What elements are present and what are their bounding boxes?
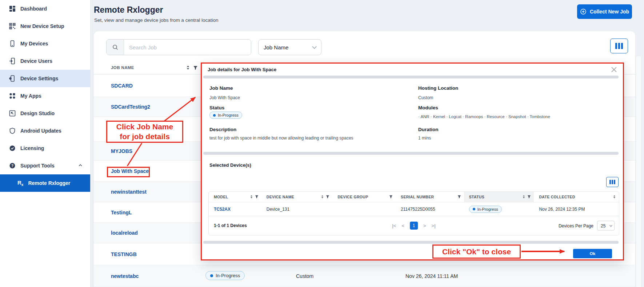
job-link[interactable]: TESTINGB: [111, 251, 137, 257]
last-page-button[interactable]: >|: [432, 223, 436, 229]
devices-per-page-select[interactable]: 25: [597, 221, 615, 231]
devices-pagination: 1-1 of 1 Devices |< < 1 > >| Devices Per…: [209, 216, 619, 235]
status-dot-icon: [473, 208, 475, 210]
chevron-up-icon: [78, 163, 83, 169]
sidebar-item-dashboard[interactable]: Dashboard: [0, 0, 90, 17]
annotation-job-with-space-box: [107, 167, 150, 177]
smartphone-icon: [9, 40, 16, 47]
duration-value: 1 mins: [418, 136, 431, 141]
pagination-range: 1-1 of 1 Devices: [214, 223, 247, 228]
apps-icon: [9, 93, 16, 99]
filter-icon[interactable]: [193, 66, 198, 70]
sort-icon[interactable]: [613, 195, 616, 199]
device-row: TC52AX Device_131 211475225D0055 In-Prog…: [209, 202, 619, 216]
date-collected-cell: Nov 26, 2024 11:11 AM: [405, 273, 458, 279]
column-picker-button[interactable]: [610, 39, 628, 53]
help-circle-icon: ?: [9, 162, 16, 169]
sidebar-item-support-tools[interactable]: ? Support Tools: [0, 157, 90, 174]
devices-per-page-label: Devices Per Page: [559, 223, 593, 228]
job-link[interactable]: TestingL: [111, 210, 132, 215]
description-value: test for job with space in middle but no…: [209, 136, 353, 141]
column-picker-button-small[interactable]: [606, 177, 619, 187]
job-link[interactable]: MYJOBS: [111, 148, 132, 154]
filter-icon[interactable]: [389, 195, 393, 199]
filter-icon[interactable]: [457, 195, 461, 199]
plus-circle-icon: [580, 8, 587, 15]
sidebar-item-new-device-setup[interactable]: New Device Setup: [0, 17, 90, 35]
device-model-link[interactable]: TC52AX: [214, 207, 231, 212]
sidebar-item-label: My Devices: [20, 41, 48, 47]
next-page-button[interactable]: >: [423, 223, 426, 229]
search-input[interactable]: [124, 40, 251, 55]
first-page-button[interactable]: |<: [392, 223, 396, 229]
ok-button[interactable]: Ok: [573, 249, 612, 258]
status-badge: In-Progress: [469, 206, 502, 213]
job-name-column-header: JOB NAME: [111, 65, 134, 70]
devices-table-header: MODEL DEVICE NAME DEVICE GROUP SERIAL NU…: [209, 192, 619, 202]
search-group: [106, 39, 251, 55]
sort-icon[interactable]: [522, 195, 525, 199]
search-field-value: Job Name: [264, 44, 288, 50]
page-subtitle: Set, view and manage device jobs from a …: [94, 17, 218, 23]
sidebar-item-label: Android Updates: [20, 128, 61, 134]
job-link[interactable]: newinstanttest: [111, 189, 147, 195]
search-field-select[interactable]: Job Name: [258, 39, 321, 55]
devices-table: MODEL DEVICE NAME DEVICE GROUP SERIAL NU…: [208, 191, 619, 235]
status-label: Status: [209, 105, 224, 110]
sort-icon[interactable]: [321, 195, 324, 199]
sidebar-item-device-settings[interactable]: Device Settings: [0, 70, 90, 87]
column-header-device-group: DEVICE GROUP: [332, 192, 396, 202]
sidebar-item-label: New Device Setup: [20, 23, 64, 29]
design-studio-icon: [9, 110, 16, 117]
sidebar-item-my-apps[interactable]: My Apps: [0, 87, 90, 105]
sort-icon[interactable]: [186, 65, 190, 70]
sort-icon[interactable]: [250, 195, 253, 199]
hosting-location-cell: Custom: [296, 273, 313, 279]
device-user-icon: [9, 58, 16, 64]
filter-icon[interactable]: [326, 195, 329, 199]
page-title: Remote Rxlogger: [94, 5, 163, 15]
job-link[interactable]: newtestabc: [111, 273, 139, 279]
horizontal-scrollbar[interactable]: [203, 241, 619, 244]
job-name-label: Job Name: [209, 85, 233, 91]
current-page-button[interactable]: 1: [410, 222, 418, 230]
sidebar-item-design-studio[interactable]: Design Studio: [0, 105, 90, 122]
job-row-newtestabc: newtestabc In-Progress Custom Nov 26, 20…: [94, 265, 635, 287]
close-icon[interactable]: [610, 65, 618, 73]
vertical-scrollbar[interactable]: [636, 56, 641, 287]
sidebar-item-device-users[interactable]: Device Users: [0, 52, 90, 70]
search-icon: [107, 40, 124, 55]
column-header-status: STATUS: [464, 192, 534, 202]
filter-icon[interactable]: [255, 195, 259, 199]
dashboard-icon: [9, 5, 16, 12]
sidebar-item-android-updates[interactable]: Android Updates: [0, 122, 90, 140]
horizontal-scrollbar[interactable]: [203, 76, 619, 78]
job-link[interactable]: SDCARD: [111, 83, 133, 89]
sidebar-item-label: Dashboard: [20, 6, 47, 12]
status-dot-icon: [213, 114, 216, 117]
job-link[interactable]: SDCardTesting2: [111, 104, 150, 110]
chevron-down-icon: [312, 44, 317, 49]
sidebar-item-licensing[interactable]: Licensing: [0, 140, 90, 157]
horizontal-scrollbar[interactable]: [203, 152, 619, 155]
filter-icon[interactable]: [527, 195, 531, 199]
column-header-serial-number: SERIAL NUMBER: [396, 192, 464, 202]
hosting-location-label: Hosting Location: [418, 85, 458, 91]
sidebar-item-label: Device Users: [20, 58, 52, 64]
description-label: Description: [209, 127, 236, 132]
job-link[interactable]: localreload: [111, 230, 138, 236]
prev-page-button[interactable]: <: [401, 223, 404, 229]
selected-devices-title: Selected Device(s): [209, 162, 251, 168]
sidebar-item-remote-rxlogger[interactable]: Rx Remote Rxlogger: [0, 174, 90, 192]
qr-scan-icon: [9, 23, 16, 29]
chevron-down-icon: [609, 224, 612, 227]
device-name-cell: Device_131: [261, 207, 333, 212]
collect-new-job-button[interactable]: Collect New Job: [577, 4, 632, 19]
columns-icon: [615, 43, 617, 49]
date-collected-cell: Nov 26, 2024 12:35 PM: [534, 207, 619, 212]
sidebar-item-my-devices[interactable]: My Devices: [0, 35, 90, 52]
license-badge-icon: [9, 145, 16, 151]
sidebar: Dashboard New Device Setup My Devices De…: [0, 0, 91, 287]
modules-value: · ANR · Kernel · Logcat · Ramoops · Reso…: [418, 114, 550, 119]
status-badge: In-Progress: [205, 271, 245, 280]
